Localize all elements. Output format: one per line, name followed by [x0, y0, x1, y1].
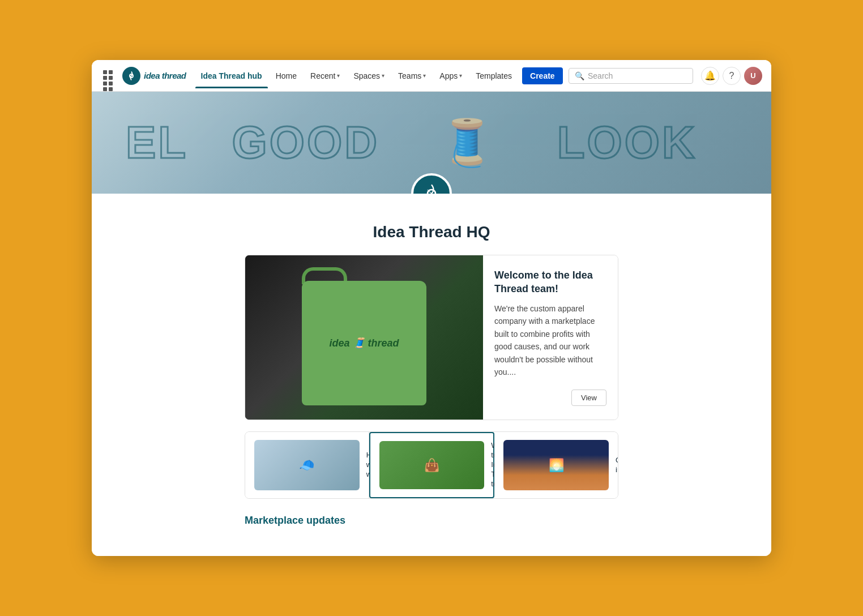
- browser-window: idea thread Idea Thread hub Home Recent …: [92, 60, 771, 556]
- carousel-item-2[interactable]: 🌅 Our impact: [494, 432, 618, 498]
- logo[interactable]: idea thread: [122, 67, 186, 85]
- page-title: Idea Thread HQ: [114, 194, 749, 255]
- carousel-label-2: Our impact: [616, 456, 618, 475]
- carousel-item-0[interactable]: 🧢 How we work: [245, 432, 369, 498]
- user-avatar[interactable]: U: [744, 67, 762, 85]
- search-placeholder: Search: [588, 71, 613, 80]
- create-button[interactable]: Create: [522, 67, 563, 84]
- nav-spaces[interactable]: Spaces ▾: [348, 68, 390, 84]
- apps-grid-icon[interactable]: [101, 68, 117, 84]
- marketplace-section: Marketplace updates: [245, 515, 618, 527]
- nav-teams[interactable]: Teams ▾: [392, 68, 432, 84]
- featured-image-inner: idea 🧵 thread: [245, 255, 483, 420]
- logo-text: idea thread: [144, 71, 186, 80]
- featured-info: Welcome to the Idea Thread team! We're t…: [483, 255, 618, 420]
- carousel-thumb-0: 🧢: [254, 440, 360, 490]
- search-bar[interactable]: 🔍 Search: [569, 68, 693, 84]
- recent-chevron: ▾: [337, 72, 340, 79]
- spaces-chevron: ▾: [382, 72, 384, 79]
- search-icon: 🔍: [575, 71, 584, 80]
- featured-description: We're the custom apparel company with a …: [494, 302, 606, 378]
- main-content: Idea Thread HQ idea 🧵 thread: [92, 194, 771, 556]
- hero-banner: EL GOOD 🧵 LOOK: [92, 92, 771, 194]
- featured-card: idea 🧵 thread Welcome to the Idea Thread…: [245, 255, 618, 420]
- nav-home[interactable]: Home: [270, 68, 302, 84]
- nav-templates[interactable]: Templates: [470, 68, 518, 84]
- hero-text: EL GOOD 🧵 LOOK: [126, 120, 697, 165]
- help-button[interactable]: ?: [723, 67, 741, 85]
- logo-icon: [122, 67, 140, 85]
- nav-hub[interactable]: Idea Thread hub: [195, 68, 268, 84]
- tote-logo: idea 🧵 thread: [329, 337, 399, 349]
- teams-chevron: ▾: [423, 72, 426, 79]
- tote-bag: idea 🧵 thread: [302, 281, 426, 405]
- featured-title: Welcome to the Idea Thread team!: [494, 269, 606, 296]
- page-carousel: 🧢 How we work 👜 Welcome to the Idea Thre…: [245, 431, 618, 498]
- carousel-item-1[interactable]: 👜 Welcome to the Idea Thread team!: [369, 432, 495, 498]
- navbar: idea thread Idea Thread hub Home Recent …: [92, 60, 771, 92]
- featured-view-button[interactable]: View: [571, 390, 606, 406]
- carousel-thumb-2: 🌅: [503, 440, 609, 490]
- svg-point-1: [421, 183, 443, 194]
- featured-image: idea 🧵 thread: [245, 255, 483, 420]
- notifications-button[interactable]: 🔔: [701, 67, 719, 85]
- carousel-thumb-1: 👜: [379, 441, 485, 489]
- apps-chevron: ▾: [459, 72, 462, 79]
- nav-recent[interactable]: Recent ▾: [305, 68, 345, 84]
- nav-apps[interactable]: Apps ▾: [434, 68, 468, 84]
- marketplace-title: Marketplace updates: [245, 515, 618, 527]
- nav-actions: 🔔 ? U: [701, 67, 762, 85]
